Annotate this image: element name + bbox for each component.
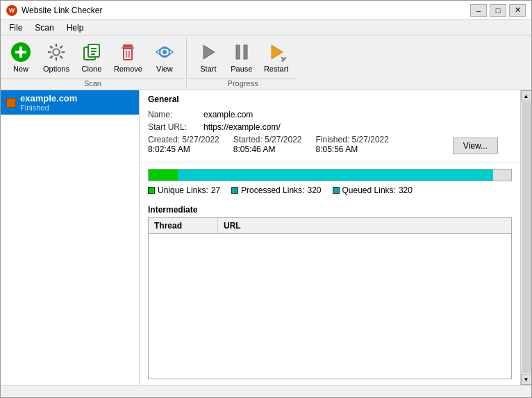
right-content: General Name: example.com Start URL: htt… xyxy=(140,90,520,385)
toolbar-start-button[interactable]: Start xyxy=(192,38,224,76)
processed-links-dot xyxy=(231,187,238,194)
menu-help[interactable]: Help xyxy=(61,22,90,34)
finished-group: Finished: 5/27/2022 8:05:56 AM xyxy=(316,135,389,154)
menu-scan[interactable]: Scan xyxy=(29,22,59,34)
svg-line-12 xyxy=(60,46,63,48)
menu-bar: File Scan Help xyxy=(1,20,531,35)
svg-point-25 xyxy=(163,50,167,54)
main-window: W Website Link Checker – □ ✕ File Scan H… xyxy=(0,0,532,398)
toolbar-remove-label: Remove xyxy=(114,65,142,73)
progress-green xyxy=(149,169,178,181)
processed-links-stat: Processed Links: 320 xyxy=(231,185,321,195)
intermediate-section: Intermediate Thread URL xyxy=(140,201,520,385)
start-icon xyxy=(197,41,219,63)
unique-links-label: Unique Links: xyxy=(158,185,208,195)
name-label: Name: xyxy=(148,110,203,119)
app-icon: W xyxy=(6,5,17,16)
svg-line-13 xyxy=(50,56,52,58)
toolbar-clone-button[interactable]: Clone xyxy=(76,38,108,76)
left-panel: example.com Finished xyxy=(1,90,140,385)
finished-time: 8:05:56 AM xyxy=(316,144,389,154)
progress-cyan xyxy=(178,169,493,181)
progress-stats: Unique Links: 27 Processed Links: 320 Qu… xyxy=(148,185,512,195)
finished-label: Finished: 5/27/2022 xyxy=(316,135,389,144)
toolbar-restart-button[interactable]: Restart xyxy=(259,38,293,76)
title-bar: W Website Link Checker – □ ✕ xyxy=(1,1,531,20)
toolbar-options-label: Options xyxy=(43,65,69,73)
processed-links-label: Processed Links: xyxy=(241,185,304,195)
toolbar-divider xyxy=(186,38,187,87)
dates-row: Created: 5/27/2022 8:02:45 AM Started: 5… xyxy=(148,135,389,154)
main-area: example.com Finished General Name: examp… xyxy=(1,90,531,385)
scrollbar[interactable]: ▲ ▼ xyxy=(520,90,531,385)
minimize-button[interactable]: – xyxy=(470,4,487,17)
name-row: Name: example.com xyxy=(148,110,512,119)
toolbar-new-button[interactable]: New xyxy=(5,38,37,76)
queued-links-label: Queued Links: xyxy=(342,185,396,195)
queued-links-value: 320 xyxy=(399,185,413,195)
close-button[interactable]: ✕ xyxy=(509,4,526,17)
svg-rect-4 xyxy=(15,51,26,53)
start-url-row: Start URL: https://example.com/ xyxy=(148,122,512,132)
toolbar-start-label: Start xyxy=(200,65,216,73)
scrollbar-down[interactable]: ▼ xyxy=(521,374,532,385)
started-group: Started: 5/27/2022 8:05:46 AM xyxy=(233,135,302,154)
scan-item-icon xyxy=(6,98,16,108)
svg-rect-19 xyxy=(123,44,133,47)
queued-links-dot xyxy=(333,187,340,194)
options-icon xyxy=(45,41,67,63)
dates-button-row: Created: 5/27/2022 8:02:45 AM Started: 5… xyxy=(148,135,512,157)
pause-icon xyxy=(231,41,253,63)
svg-rect-28 xyxy=(244,45,247,59)
maximize-button[interactable]: □ xyxy=(490,4,506,17)
unique-links-value: 27 xyxy=(211,185,220,195)
scan-item-example-com[interactable]: example.com Finished xyxy=(1,90,139,115)
window-title: Website Link Checker xyxy=(22,6,103,15)
table-header: Thread URL xyxy=(149,218,511,234)
started-label: Started: 5/27/2022 xyxy=(233,135,302,144)
intermediate-header: Intermediate xyxy=(148,205,512,217)
table-body xyxy=(149,234,511,379)
svg-line-10 xyxy=(50,46,52,48)
svg-rect-21 xyxy=(124,49,132,60)
scrollbar-up[interactable]: ▲ xyxy=(521,90,532,101)
new-icon xyxy=(10,41,32,63)
title-bar-left: W Website Link Checker xyxy=(6,5,103,16)
progress-group-label: Progress xyxy=(188,78,297,90)
toolbar-clone-label: Clone xyxy=(82,65,102,73)
processed-links-value: 320 xyxy=(307,185,321,195)
restart-icon xyxy=(265,41,288,63)
right-panel: General Name: example.com Start URL: htt… xyxy=(140,90,531,385)
progress-bar xyxy=(148,169,512,181)
toolbar-scan-group: New xyxy=(1,35,185,90)
progress-area: Unique Links: 27 Processed Links: 320 Qu… xyxy=(140,163,520,201)
toolbar-view-label: View xyxy=(156,65,173,73)
created-group: Created: 5/27/2022 8:02:45 AM xyxy=(148,135,219,154)
scan-item-status: Finished xyxy=(20,103,77,112)
svg-rect-27 xyxy=(236,45,240,59)
name-value: example.com xyxy=(203,110,253,119)
toolbar-remove-button[interactable]: Remove xyxy=(109,38,147,76)
view-button[interactable]: View... xyxy=(453,138,498,154)
status-bar xyxy=(1,385,531,397)
started-time: 8:05:46 AM xyxy=(233,144,302,154)
start-url-label: Start URL: xyxy=(148,122,203,132)
view-icon xyxy=(153,41,176,63)
svg-marker-26 xyxy=(203,45,215,59)
start-url-value: https://example.com/ xyxy=(203,122,281,132)
menu-file[interactable]: File xyxy=(3,22,28,34)
title-controls: – □ ✕ xyxy=(470,4,526,17)
intermediate-table: Thread URL xyxy=(148,217,512,379)
toolbar-options-button[interactable]: Options xyxy=(38,38,74,76)
toolbar-pause-label: Pause xyxy=(231,65,252,73)
scan-item-name: example.com xyxy=(20,93,77,103)
toolbar-progress-group: Start Pause xyxy=(188,35,297,90)
toolbar-pause-button[interactable]: Pause xyxy=(226,38,258,76)
toolbar: New xyxy=(1,35,531,90)
scan-group-label: Scan xyxy=(1,78,185,90)
remove-icon xyxy=(117,41,139,63)
toolbar-view-button[interactable]: View xyxy=(149,38,181,76)
col-url-header: URL xyxy=(218,218,511,233)
created-time: 8:02:45 AM xyxy=(148,144,219,154)
svg-point-5 xyxy=(53,49,59,55)
